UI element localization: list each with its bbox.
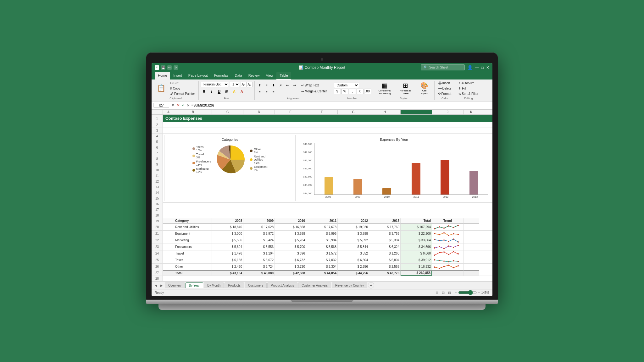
col-header-i[interactable]: H xyxy=(369,110,401,114)
cell-25-a[interactable] xyxy=(163,257,174,263)
sheet-tab-bymonth[interactable]: By Month xyxy=(204,282,224,288)
cell-26-c[interactable]: $ 2,460 xyxy=(212,264,243,270)
number-format-select[interactable]: Custom xyxy=(334,83,359,88)
cell-19-i[interactable]: Total xyxy=(401,218,432,224)
tab-formulas[interactable]: Formulas xyxy=(211,72,232,80)
cell-24-h[interactable]: $ 1,260 xyxy=(369,250,401,257)
sheet-tab-product-analysis[interactable]: Product Analysis xyxy=(267,282,297,288)
cell-19-c[interactable]: 2008 xyxy=(212,218,243,224)
border-button[interactable]: ⊞ xyxy=(223,88,230,95)
maximize-button[interactable]: □ xyxy=(481,65,484,70)
tab-data[interactable]: Data xyxy=(231,72,245,80)
save-button[interactable]: 💾 xyxy=(161,65,165,70)
cell-23-h[interactable]: $ 6,324 xyxy=(369,244,401,250)
cell-19-f[interactable]: 2011 xyxy=(306,218,338,224)
sheet-tab-overview[interactable]: Overview xyxy=(165,282,185,288)
cell-21-g[interactable]: $ 3,888 xyxy=(338,231,369,237)
cell-25-f[interactable]: $ 7,032 xyxy=(306,257,338,263)
cell-23-b[interactable]: Freelancers xyxy=(174,244,212,250)
cell-27-b[interactable]: Total xyxy=(174,270,212,276)
dollar-button[interactable]: $ xyxy=(334,89,341,94)
cell-25-e[interactable]: $ 6,732 xyxy=(275,257,306,263)
align-top-button[interactable]: ⬆ xyxy=(257,82,263,88)
cell-21-h[interactable]: $ 3,756 xyxy=(369,231,401,237)
indent-increase-button[interactable]: ⇥ xyxy=(291,82,297,88)
cell-24-c[interactable]: $ 1,476 xyxy=(212,250,243,257)
paste-button[interactable]: 📋 xyxy=(155,83,168,93)
confirm-formula-button[interactable]: ✓ xyxy=(182,103,185,107)
cell-22-f[interactable]: $ 5,904 xyxy=(306,237,338,244)
cell-20-h[interactable]: $ 17,760 xyxy=(369,224,401,230)
cell-21-d[interactable]: $ 3,972 xyxy=(243,231,275,237)
col-header-l[interactable]: K xyxy=(464,110,479,114)
cell-20-d[interactable]: $ 17,628 xyxy=(243,224,275,230)
cell-23-e[interactable]: $ 5,700 xyxy=(275,244,306,250)
cell-23-c[interactable]: $ 5,604 xyxy=(212,244,243,250)
fill-color-button[interactable]: A xyxy=(231,88,238,95)
cell-21-e[interactable]: $ 3,588 xyxy=(275,231,306,237)
cell-26-e[interactable]: $ 3,720 xyxy=(275,264,306,270)
cell-26-f[interactable]: $ 2,304 xyxy=(306,264,338,270)
page-layout-view-button[interactable]: ⊡ xyxy=(441,290,446,295)
cell-26-i[interactable]: $ 16,332 xyxy=(401,264,432,270)
cut-button[interactable]: ✂ Cut xyxy=(169,81,197,85)
cell-19-j[interactable]: Trend xyxy=(432,218,464,224)
copy-button[interactable]: ⎘ Copy xyxy=(169,86,197,91)
cell-21-c[interactable]: $ 3,000 xyxy=(212,231,243,237)
cell-20-g[interactable]: $ 19,020 xyxy=(338,224,369,230)
cell-19-b[interactable]: Category xyxy=(174,218,212,224)
cell-22-i[interactable]: $ 33,864 xyxy=(401,237,432,244)
cell-22-d[interactable]: $ 5,424 xyxy=(243,237,275,244)
cell-22-a[interactable] xyxy=(163,237,174,244)
underline-button[interactable]: U xyxy=(216,88,223,95)
cell-27-f[interactable]: $ 44,054 xyxy=(306,270,338,276)
cell-24-e[interactable]: $ 696 xyxy=(275,250,306,257)
delete-button[interactable]: ➖ Delete xyxy=(436,86,453,91)
font-size-select[interactable]: 10 xyxy=(230,82,240,87)
cell-21-a[interactable] xyxy=(163,231,174,237)
cell-27-k[interactable] xyxy=(464,270,479,276)
italic-button[interactable]: I xyxy=(208,88,215,95)
cell-27-i[interactable]: $ 260,858 xyxy=(401,270,432,276)
increase-decimal-button[interactable]: .0 xyxy=(357,89,364,94)
sheet-tab-customer-analysis[interactable]: Customer Analysis xyxy=(298,282,331,288)
align-bottom-button[interactable]: ⬇ xyxy=(270,82,277,88)
sort-filter-button[interactable]: ⇅ Sort & Filter xyxy=(457,91,480,96)
col-header-k[interactable]: J xyxy=(432,110,464,114)
cell-19-e[interactable]: 2010 xyxy=(275,218,306,224)
cell-22-c[interactable]: $ 5,556 xyxy=(212,237,243,244)
cell-23-k[interactable] xyxy=(464,244,479,250)
format-painter-button[interactable]: 🖌 Format Painter xyxy=(169,91,197,96)
cell-22-h[interactable]: $ 5,304 xyxy=(369,237,401,244)
sheet-tab-customers[interactable]: Customers xyxy=(245,282,267,288)
close-button[interactable]: ✕ xyxy=(486,65,489,70)
cell-27-e[interactable]: $ 42,588 xyxy=(275,270,306,276)
bold-button[interactable]: B xyxy=(201,88,208,95)
cell-21-b[interactable]: Equipment xyxy=(174,231,212,237)
insert-button[interactable]: ➕ Insert xyxy=(436,81,453,85)
cell-24-i[interactable]: $ 6,660 xyxy=(401,250,432,257)
sheet-tab-products[interactable]: Products xyxy=(225,282,244,288)
indent-decrease-button[interactable]: ⇤ xyxy=(284,82,291,88)
cell-24-j[interactable] xyxy=(432,250,464,257)
col-header-h[interactable]: G xyxy=(338,110,369,114)
zoom-slider[interactable] xyxy=(458,290,477,295)
cell-21-j[interactable] xyxy=(432,231,464,237)
col-header-g[interactable]: F xyxy=(306,110,338,114)
cell-19-k[interactable] xyxy=(464,218,479,224)
cell-23-g[interactable]: $ 5,844 xyxy=(338,244,369,250)
cell-24-d[interactable]: $ 1,104 xyxy=(243,250,275,257)
conditional-formatting-button[interactable]: ▦ Conditional Formatting xyxy=(375,81,395,96)
cell-25-g[interactable]: $ 6,504 xyxy=(338,257,369,263)
col-header-f[interactable]: E xyxy=(275,110,306,114)
cell-26-h[interactable]: $ 2,568 xyxy=(369,264,401,270)
font-family-select[interactable]: Franklin Got... xyxy=(201,82,229,87)
cell-20-c[interactable]: $ 18,840 xyxy=(212,224,243,230)
cell-23-j[interactable] xyxy=(432,244,464,250)
merge-center-button[interactable]: ⇔ Merge & Center xyxy=(300,89,329,94)
cell-23-d[interactable]: $ 5,556 xyxy=(243,244,275,250)
align-right-button[interactable]: ≡ xyxy=(270,89,277,94)
cell-22-e[interactable]: $ 5,784 xyxy=(275,237,306,244)
page-break-view-button[interactable]: ⊟ xyxy=(447,290,452,295)
text-direction-button[interactable]: ↗ xyxy=(277,82,284,88)
